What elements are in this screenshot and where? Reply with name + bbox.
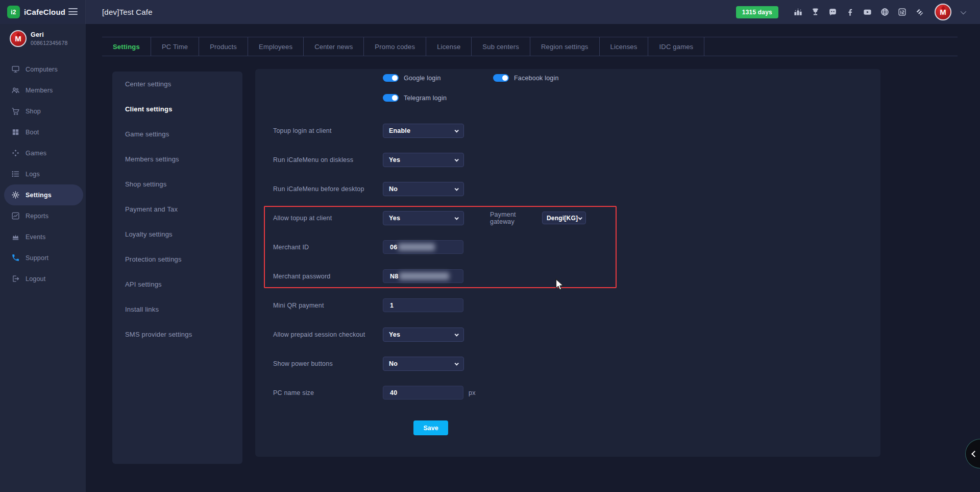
user-avatar: M: [10, 30, 27, 47]
form-row-allow-prepaid-session-checkout: Allow prepaid session checkoutYes: [255, 320, 880, 349]
toggle-switch[interactable]: [383, 94, 399, 102]
leaderboard-icon[interactable]: [793, 7, 803, 17]
user-block[interactable]: M Geri 008612345678: [0, 24, 86, 47]
sidebar-item-logout[interactable]: Logout: [0, 268, 86, 289]
settings-menu-item-game-settings[interactable]: Game settings: [112, 122, 242, 147]
license-days-badge[interactable]: 1315 days: [736, 6, 778, 18]
save-button[interactable]: Save: [413, 420, 448, 435]
merchant-password-input[interactable]: N8: [383, 269, 463, 283]
toggle-knob: [502, 75, 508, 81]
side-panel-toggle-button[interactable]: [965, 439, 980, 468]
sidebar-item-label: Shop: [26, 108, 41, 115]
avatar[interactable]: M: [935, 4, 951, 20]
facebook-icon[interactable]: [845, 7, 855, 17]
tab-center-news[interactable]: Center news: [304, 37, 364, 56]
icafecloud-icon[interactable]: [897, 7, 907, 17]
members-icon: [11, 86, 20, 95]
sidebar-item-settings[interactable]: Settings: [4, 184, 83, 205]
form-row-merchant-id: Merchant ID06: [255, 232, 880, 262]
chevron-down-icon[interactable]: [961, 8, 966, 14]
form-row-run-icafemenu-before-desktop: Run iCafeMenu before desktopNo: [255, 174, 880, 203]
games-icon: [11, 149, 20, 157]
allow-topup-at-client-select[interactable]: Yes: [383, 211, 464, 225]
pc-name-size-input[interactable]: 40: [383, 386, 463, 400]
tab-products[interactable]: Products: [199, 37, 248, 56]
tab-idc-games[interactable]: IDC games: [648, 37, 704, 56]
toggle-google-login[interactable]: Google login: [383, 74, 441, 82]
youtube-icon[interactable]: [862, 7, 872, 17]
input-value: 40: [390, 389, 397, 396]
select-value: Enable: [389, 127, 410, 134]
hamburger-menu-icon[interactable]: [68, 8, 78, 17]
sidebar-item-label: Games: [26, 150, 46, 157]
settings-menu-item-sms-provider-settings[interactable]: SMS provider settings: [112, 322, 242, 347]
toggle-knob: [392, 95, 398, 101]
toggle-label: Telegram login: [404, 95, 447, 102]
chevron-down-icon: [578, 216, 582, 220]
trophy-icon[interactable]: [810, 7, 820, 17]
client-settings-form: Google loginFacebook loginTelegram login…: [255, 69, 880, 457]
layers-icon[interactable]: [914, 7, 924, 17]
select-value: No: [389, 360, 398, 367]
mini-qr-payment-input[interactable]: 1: [383, 298, 463, 312]
settings-menu-item-center-settings[interactable]: Center settings: [112, 72, 242, 97]
windows-icon: [11, 128, 20, 136]
sidebar-item-reports[interactable]: Reports: [0, 205, 86, 226]
settings-menu-item-members-settings[interactable]: Members settings: [112, 147, 242, 172]
select-value: Yes: [389, 156, 400, 163]
field-label: PC name size: [273, 389, 383, 396]
sidebar-item-label: Support: [26, 254, 48, 262]
settings-menu-item-loyalty-settings[interactable]: Loyalty settings: [112, 222, 242, 247]
merchant-id-input[interactable]: 06: [383, 240, 463, 254]
sidebar-item-games[interactable]: Games: [0, 143, 86, 163]
sidebar-item-label: Settings: [26, 192, 52, 199]
input-suffix: px: [469, 389, 476, 396]
sidebar-item-computers[interactable]: Computers: [0, 59, 86, 80]
topup-login-at-client-select[interactable]: Enable: [383, 124, 464, 138]
globe-icon[interactable]: [879, 7, 890, 17]
sidebar-item-label: Computers: [26, 66, 58, 73]
settings-menu-item-payment-and-tax[interactable]: Payment and Tax: [112, 197, 242, 222]
tab-license[interactable]: License: [426, 37, 472, 56]
settings-menu-item-shop-settings[interactable]: Shop settings: [112, 172, 242, 197]
sidebar-item-events[interactable]: Events: [0, 226, 86, 247]
allow-prepaid-session-checkout-select[interactable]: Yes: [383, 327, 464, 342]
toggle-facebook-login[interactable]: Facebook login: [493, 74, 559, 82]
sidebar-item-logs[interactable]: Logs: [0, 163, 86, 184]
tab-employees[interactable]: Employees: [248, 37, 304, 56]
icafecloud-logo-icon: i2: [7, 6, 20, 18]
form-row-pc-name-size: PC name size40px: [255, 378, 880, 407]
run-icafemenu-on-diskless-select[interactable]: Yes: [383, 153, 464, 167]
tab-region-settings[interactable]: Region settings: [530, 37, 600, 56]
sidebar-item-support[interactable]: Support: [0, 247, 86, 268]
form-row-mini-qr-payment: Mini QR payment1: [255, 291, 880, 320]
discord-icon[interactable]: [827, 7, 838, 17]
toggle-switch[interactable]: [493, 74, 509, 82]
settings-menu-item-install-links[interactable]: Install links: [112, 297, 242, 322]
chevron-down-icon: [454, 332, 458, 336]
tab-settings[interactable]: Settings: [102, 37, 151, 56]
tab-promo-codes[interactable]: Promo codes: [364, 37, 426, 56]
toggle-telegram-login[interactable]: Telegram login: [383, 94, 447, 102]
sidebar-item-members[interactable]: Members: [0, 80, 86, 101]
chevron-down-icon: [454, 128, 458, 132]
tab-sub-centers[interactable]: Sub centers: [472, 37, 530, 56]
field-label: Allow topup at client: [273, 215, 383, 222]
sidebar-item-shop[interactable]: Shop: [0, 101, 86, 122]
payment-gateway-select[interactable]: Dengi[KG]: [542, 212, 586, 224]
form-row-merchant-password: Merchant passwordN8: [255, 262, 880, 291]
tab-pc-time[interactable]: PC Time: [151, 37, 199, 56]
tab-licenses[interactable]: Licenses: [600, 37, 649, 56]
settings-tab-bar: SettingsPC TimeProductsEmployeesCenter n…: [102, 37, 958, 56]
chevron-down-icon: [454, 216, 458, 220]
settings-menu-item-api-settings[interactable]: API settings: [112, 272, 242, 297]
toggle-switch[interactable]: [383, 74, 399, 82]
settings-menu-item-client-settings[interactable]: Client settings: [112, 97, 242, 122]
sidebar-item-boot[interactable]: Boot: [0, 122, 86, 143]
top-header-bar: i2 iCafeCloud [dev]Test Cafe 1315 days M: [0, 0, 980, 24]
run-icafemenu-before-desktop-select[interactable]: No: [383, 182, 464, 196]
redacted-value: [398, 243, 435, 251]
user-name: Geri: [31, 31, 67, 38]
settings-menu-item-protection-settings[interactable]: Protection settings: [112, 247, 242, 272]
show-power-buttons-select[interactable]: No: [383, 357, 464, 371]
